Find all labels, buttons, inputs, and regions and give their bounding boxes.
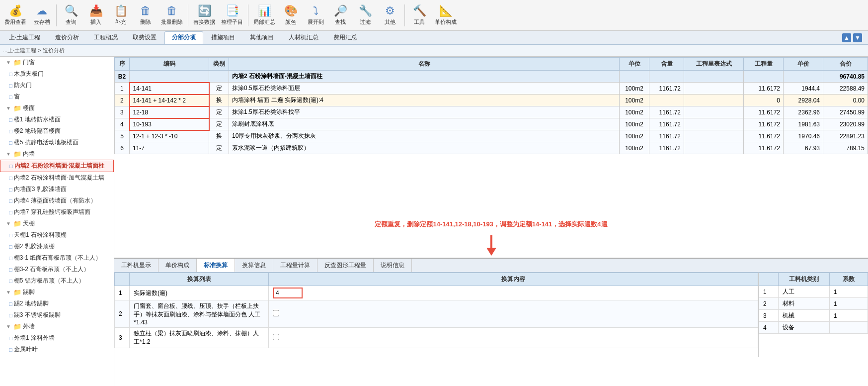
delete-icon: 🗑 [140, 4, 151, 17]
glj-row-1[interactable]: 1 人工 1 [759, 286, 868, 298]
sidebar-item-peng5[interactable]: □ 棚5 铝方板吊顶（不上人） [0, 275, 114, 287]
tab-danjia-goucheng[interactable]: 单价构成 [158, 259, 197, 272]
toolbar-color[interactable]: 🎨 颜色 [279, 2, 303, 29]
glj-row-3[interactable]: 3 机械 1 [759, 310, 868, 322]
toolbar-tools[interactable]: 🔨 工具 [407, 2, 431, 29]
cell-r2-seq: 2 [115, 95, 130, 106]
cell-r2-type: 换 [209, 95, 229, 106]
cell-r4-seq: 4 [115, 118, 130, 130]
bottom-right-panel: 工料机类别 系数 1 人工 1 2 [759, 273, 868, 357]
sidebar-item-fanghuomen[interactable]: □ 防火门 [0, 80, 114, 91]
sidebar-item-loumian2[interactable]: □ 楼2 地砖隔音楼面 [0, 125, 114, 137]
nav-up-button[interactable]: ▲ [842, 33, 851, 42]
cell-r4-hangliang: 1161.72 [649, 118, 684, 130]
table-row-6[interactable]: 6 11-7 定 素水泥浆一道（内掺建筑胶） 100m2 1161.72 11.… [115, 142, 868, 154]
cell-hs1-list: 实际遍数(遍) [130, 286, 269, 300]
tab-fancha-tuxing[interactable]: 反查图形工程量 [317, 259, 374, 272]
sidebar-item-chuang[interactable]: □ 窗 [0, 91, 114, 102]
toolbar-label-delete: 删除 [140, 18, 151, 26]
tab-qufei-shezhi[interactable]: 取费设置 [126, 31, 163, 44]
sidebar-item-jiaojiao3[interactable]: □ 踢3 不锈钢板踢脚 [0, 309, 114, 321]
cell-r4-express [684, 118, 744, 130]
sidebar-item-neiqiang[interactable]: ▼ 📁 内墙 [0, 148, 114, 160]
glj-row-4[interactable]: 4 设备 [759, 322, 868, 334]
huansuan-checkbox-3[interactable] [273, 334, 279, 340]
toolbar-filter[interactable]: 🔧 过滤 [353, 2, 377, 29]
tab-cuoshi[interactable]: 措施项目 [204, 31, 242, 44]
huansuan-checkbox-2[interactable] [273, 310, 279, 316]
cell-r3-total: 27450.99 [823, 106, 868, 118]
toolbar-local-sum[interactable]: 📊 局部汇总 [251, 2, 278, 29]
toolbar-expand[interactable]: ⤵ 展开到 [304, 2, 327, 29]
table-row-1[interactable]: 1 14-141 定 抹涂0.5厚石粉类涂料面层 100m2 1161.72 1… [115, 83, 868, 95]
cell-r3-type: 定 [209, 106, 229, 118]
tab-gongji-xianshi[interactable]: 工料机显示 [114, 259, 158, 272]
tab-fenbufenjian[interactable]: 分部分项 [164, 31, 203, 44]
table-row-5[interactable]: 5 12-1 + 12-3 * -10 换 10厚专用抹灰砂浆、分两次抹灰 10… [115, 130, 868, 142]
cell-r6-qty: 11.6172 [744, 142, 784, 154]
sidebar-item-peng3-2[interactable]: □ 棚3-2 石膏板吊顶（不上人） [0, 264, 114, 275]
toolbar-replace-data[interactable]: 🔄 替换数据 [191, 2, 218, 29]
huansuan-input-bianshu[interactable] [273, 288, 303, 298]
nav-down-button[interactable]: ▼ [853, 33, 862, 42]
table-row-3[interactable]: 3 12-18 定 抹涂1.5厚石粉类涂料找平 100m2 1161.72 11… [115, 106, 868, 118]
sidebar-item-neiqiang2[interactable]: □ 内墙2 石粉涂料墙面·混凝土墙面柱 [0, 160, 114, 172]
sidebar-item-neiqiang7[interactable]: □ 内墙7 穿孔硅酸钙板吸声墙面 [0, 206, 114, 218]
find-icon: 🔎 [334, 4, 347, 17]
toolbar-query[interactable]: 🔍 查询 [59, 2, 83, 29]
sidebar-item-mujian[interactable]: □ 木质夹板门 [0, 68, 114, 80]
tab-huansuan-xinxi[interactable]: 换算信息 [235, 259, 273, 272]
th-seq: 序 [115, 58, 130, 71]
sidebar-item-loumian3[interactable]: □ 楼5 抗静电活动地板楼面 [0, 137, 114, 148]
huansuan-row-3[interactable]: 3 独立柱（梁）抹灰面喷刷油漆、涂料、抹棚）人工*1.2 [115, 328, 758, 348]
sidebar-item-waiqiang1[interactable]: □ 外墙1 涂料外墙 [0, 332, 114, 344]
cell-r1-code: 14-141 [130, 83, 209, 95]
sidebar-item-neiqiang2-aqi[interactable]: □ 内墙2 石粉涂料墙面-加气混凝土墙 [0, 172, 114, 184]
sidebar-item-jiaojiao2[interactable]: □ 踢2 地砖踢脚 [0, 298, 114, 309]
sidebar-item-waiqiang[interactable]: ▼ 📁 外墙 [0, 321, 114, 332]
sidebar-item-tianpeng[interactable]: ▼ 📁 天棚 [0, 218, 114, 229]
table-row-4[interactable]: 4 10-193 定 涂刷封底涂料底 100m2 1161.72 11.6172… [115, 118, 868, 130]
toolbar-label-supplement: 补充 [115, 18, 126, 26]
tab-rencaiji[interactable]: 人材机汇总 [282, 31, 325, 44]
tab-feiyong-huizong[interactable]: 费用汇总 [326, 31, 364, 44]
toolbar-delete[interactable]: 🗑 删除 [134, 2, 158, 29]
table-row-2[interactable]: 2 14-141 + 14-142 * 2 换 内墙涂料 墙面 二遍 实际遍数(… [115, 95, 868, 106]
toolbar-other[interactable]: ⚙ 其他 [378, 2, 402, 29]
tab-gongchengliang-jisuan[interactable]: 工程量计算 [273, 259, 317, 272]
toolbar-feiyong-chakan[interactable]: 💰 费用查看 [2, 2, 29, 29]
sidebar-item-peng1[interactable]: □ 天棚1 石粉涂料顶棚 [0, 229, 114, 241]
toolbar-supplement[interactable]: 📋 补充 [109, 2, 133, 29]
sidebar-item-neiqiang4[interactable]: □ 内墙4 薄型面砖墙面（有防水） [0, 195, 114, 206]
tab-shang-tu-jian[interactable]: 上·土建工程 [2, 31, 47, 44]
tab-gongcheng-gaiku[interactable]: 工程概况 [87, 31, 125, 44]
huansuan-row-1[interactable]: 1 实际遍数(遍) [115, 286, 758, 300]
toolbar-find[interactable]: 🔎 查找 [328, 2, 352, 29]
sidebar-item-loumian1[interactable]: □ 楼1 地砖防水楼面 [0, 114, 114, 125]
cell-r5-unit: 100m2 [620, 130, 649, 142]
huansuan-row-2[interactable]: 2 门窗套、窗台板、腰线、压顶、扶手（栏板上扶手）等抹灰面刷油漆、涂料与整体墙面… [115, 300, 758, 328]
toolbar-label-expand: 展开到 [308, 18, 324, 26]
toolbar-unit-price[interactable]: 📐 单价构成 [432, 2, 459, 29]
sidebar-item-loumian[interactable]: ▼ 📁 楼面 [0, 102, 114, 114]
glj-row-2[interactable]: 2 材料 1 [759, 298, 868, 310]
toolbar-insert[interactable]: 📥 插入 [84, 2, 108, 29]
sidebar-item-peng2[interactable]: □ 棚2 乳胶漆顶棚 [0, 241, 114, 252]
tab-biaozhun-huansuan[interactable]: 标准换算 [197, 259, 235, 272]
sidebar-item-peng3-1[interactable]: □ 棚3-1 纸面石膏板吊顶（不上人） [0, 252, 114, 264]
cell-r1-seq: 1 [115, 83, 130, 95]
sidebar-item-neiqiang3[interactable]: □ 内墙面3 乳胶漆墙面 [0, 184, 114, 195]
toolbar-batch-delete[interactable]: 🗑 批量删除 [158, 2, 185, 29]
tab-qita[interactable]: 其他项目 [243, 31, 281, 44]
sidebar-item-jiaojiao[interactable]: ▼ 📁 踢脚 [0, 287, 114, 298]
toolbar-yunstorage[interactable]: ☁ 云存档 [30, 2, 54, 29]
arrow-head [486, 248, 496, 256]
toolbar-organize[interactable]: 📑 整理子目 [219, 2, 245, 29]
cell-hs3-content [269, 328, 758, 348]
sidebar-item-menchuang[interactable]: ▼ 📁 门窗 [0, 57, 114, 68]
tab-zaojia-fenxi[interactable]: 造价分析 [48, 31, 86, 44]
table-row-b2[interactable]: B2 内墙2 石粉涂料墙面-混凝土墙面柱 96740.85 [115, 71, 868, 83]
sidebar-item-jinshuyeye[interactable]: □ 金属叶叶 [0, 344, 114, 355]
nav-arrows: ▲ ▼ [842, 33, 866, 42]
tab-shuoming-xinxi[interactable]: 说明信息 [374, 259, 412, 272]
